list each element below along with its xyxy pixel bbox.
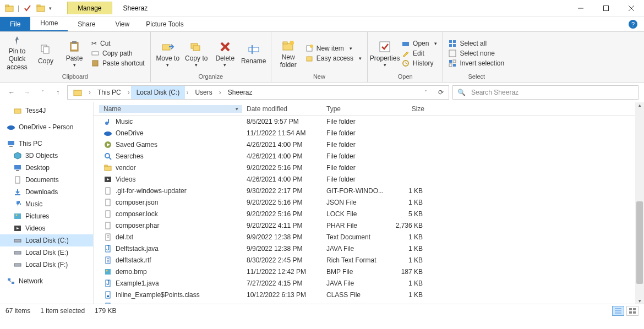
thumbnails-view-button[interactable] [626, 306, 638, 316]
table-row[interactable]: Inline_Example.class 10/12/2022 6:13 PM … [94, 300, 644, 304]
up-button[interactable]: ↑ [52, 86, 64, 98]
refresh-button[interactable]: ⟳ [433, 86, 449, 99]
nav-item[interactable]: Downloads [0, 186, 93, 198]
nav-this-pc[interactable]: This PC [0, 138, 93, 150]
delete-button[interactable]: Delete▾ [211, 35, 239, 72]
new-folder-button[interactable]: New folder [275, 35, 302, 72]
table-row[interactable]: vendor 9/20/2022 5:16 PM File folder [94, 162, 644, 173]
file-date: 7/27/2022 4:15 PM [242, 279, 322, 287]
table-row[interactable]: Inline_Example$Points.class 10/12/2022 6… [94, 289, 644, 300]
forward-button[interactable]: → [21, 86, 33, 98]
table-row[interactable]: demo.bmp 11/1/2022 12:42 PM BMP File 187… [94, 266, 644, 277]
breadcrumb-item[interactable]: Local Disk (C:) [131, 86, 185, 99]
chevron-right-icon[interactable]: › [218, 89, 222, 96]
open-button[interactable]: Open▾ [400, 39, 439, 48]
nav-onedrive[interactable]: OneDrive - Person [0, 121, 93, 133]
cut-button[interactable]: ✂Cut [89, 39, 147, 48]
table-row[interactable]: JDelftstack.java 9/9/2022 12:38 PM JAVA … [94, 243, 644, 254]
address-bar[interactable]: › This PC › Local Disk (C:) › Users › Sh… [67, 85, 449, 100]
copy-button[interactable]: Copy [32, 35, 59, 72]
tab-home[interactable]: Home [30, 16, 68, 31]
nav-item[interactable]: Videos [0, 222, 93, 234]
copy-to-button[interactable]: Copy to▾ [183, 35, 210, 72]
label: New folder [276, 53, 301, 69]
breadcrumb-item[interactable]: This PC [92, 86, 127, 99]
nav-network[interactable]: Network [0, 275, 93, 287]
maximize-button[interactable] [593, 0, 619, 17]
properties-icon[interactable] [23, 3, 32, 13]
manage-tab[interactable]: Manage [67, 2, 112, 14]
back-button[interactable]: ← [6, 86, 18, 98]
header-name[interactable]: Name▾ [99, 105, 242, 113]
nav-item[interactable]: Local Disk (C:) [0, 234, 93, 246]
header-size[interactable]: Size [385, 105, 429, 113]
nav-item[interactable]: Local Disk (E:) [0, 246, 93, 259]
table-row[interactable]: composer.phar 9/20/2022 4:11 PM PHAR Fil… [94, 220, 644, 231]
table-row[interactable]: Searches 4/26/2021 4:00 PM File folder [94, 150, 644, 162]
nav-item[interactable]: Desktop [0, 162, 93, 174]
scrollbar-thumb[interactable] [636, 201, 643, 284]
paste-shortcut-button[interactable]: Paste shortcut [89, 58, 147, 68]
nav-item[interactable]: Music [0, 198, 93, 210]
table-row[interactable]: Music 8/5/2021 9:57 PM File folder [94, 116, 644, 127]
details-view-button[interactable] [612, 306, 624, 316]
new-item-button[interactable]: New item▾ [303, 43, 364, 53]
search-input[interactable]: 🔍 Search Sheeraz [452, 85, 638, 100]
edit-button[interactable]: Edit [400, 48, 439, 58]
scroll-down-icon[interactable]: ▾ [635, 298, 644, 304]
address-history-dropdown[interactable]: ˅ [418, 86, 433, 99]
nav-tess4j[interactable]: Tess4J [0, 105, 93, 117]
select-all-button[interactable]: Select all [446, 39, 506, 48]
qat-dropdown-icon[interactable]: ▾ [49, 6, 52, 11]
folder-icon[interactable] [36, 3, 46, 13]
table-row[interactable]: composer.lock 9/20/2022 5:16 PM LOCK Fil… [94, 208, 644, 220]
tab-view[interactable]: View [105, 17, 139, 31]
table-row[interactable]: Saved Games 4/26/2021 4:00 PM File folde… [94, 139, 644, 150]
properties-button[interactable]: Properties▾ [371, 35, 399, 72]
close-button[interactable] [619, 0, 644, 17]
easy-access-button[interactable]: Easy access▾ [303, 53, 364, 63]
chevron-right-icon[interactable]: › [185, 89, 189, 96]
chevron-right-icon[interactable]: › [127, 89, 131, 96]
header-type[interactable]: Type [322, 105, 385, 113]
table-row[interactable]: composer.json 9/20/2022 5:16 PM JSON Fil… [94, 196, 644, 208]
invert-selection-button[interactable]: Invert selection [446, 58, 506, 68]
move-to-button[interactable]: Move to▾ [154, 35, 182, 72]
sort-dropdown-icon[interactable]: ▾ [236, 106, 238, 112]
nav-item[interactable]: Documents [0, 174, 93, 186]
label: Downloads [25, 188, 58, 196]
tab-share[interactable]: Share [68, 17, 105, 31]
table-row[interactable]: del.txt 9/9/2022 12:38 PM Text Document … [94, 231, 644, 243]
scrollbar-vertical[interactable]: ▴ ▾ [635, 102, 644, 304]
svg-rect-74 [106, 222, 110, 229]
navigation-pane[interactable]: Tess4J OneDrive - Person This PC 3D Obje… [0, 102, 94, 304]
table-row[interactable]: delftstack.rtf 8/30/2022 2:45 PM Rich Te… [94, 254, 644, 266]
help-icon[interactable]: ? [629, 20, 637, 29]
breadcrumb-root-icon[interactable] [68, 88, 88, 97]
tab-file[interactable]: File [0, 17, 30, 31]
nav-item[interactable]: 3D Objects [0, 150, 93, 162]
history-button[interactable]: History [400, 58, 439, 68]
scroll-up-icon[interactable]: ▴ [635, 102, 644, 108]
file-size: 187 KB [385, 268, 429, 276]
table-row[interactable]: .git-for-windows-updater 9/30/2022 2:17 … [94, 185, 644, 196]
breadcrumb-item[interactable]: Users [189, 86, 217, 99]
label: Videos [25, 224, 45, 232]
table-row[interactable]: OneDrive 11/1/2022 11:54 AM File folder [94, 127, 644, 139]
file-rows: Music 8/5/2021 9:57 PM File folder OneDr… [94, 116, 644, 304]
copy-path-button[interactable]: Copy path [89, 48, 147, 58]
paste-button[interactable]: Paste ▾ [61, 35, 88, 72]
breadcrumb-item[interactable]: Sheeraz [222, 86, 258, 99]
header-date[interactable]: Date modified [242, 105, 322, 113]
table-row[interactable]: JExample1.java 7/27/2022 4:15 PM JAVA Fi… [94, 277, 644, 289]
table-row[interactable]: Videos 4/26/2021 4:00 PM File folder [94, 173, 644, 185]
nav-item[interactable]: Pictures [0, 210, 93, 222]
chevron-right-icon[interactable]: › [88, 89, 92, 96]
tab-picture-tools[interactable]: Picture Tools [139, 17, 190, 31]
nav-item[interactable]: Local Disk (F:) [0, 259, 93, 271]
recent-dropdown[interactable]: ˅ [36, 86, 48, 98]
select-none-button[interactable]: Select none [446, 48, 506, 58]
minimize-button[interactable] [568, 0, 593, 17]
pin-quick-access-button[interactable]: Pin to Quick access [3, 35, 31, 72]
rename-button[interactable]: Rename [240, 35, 268, 72]
